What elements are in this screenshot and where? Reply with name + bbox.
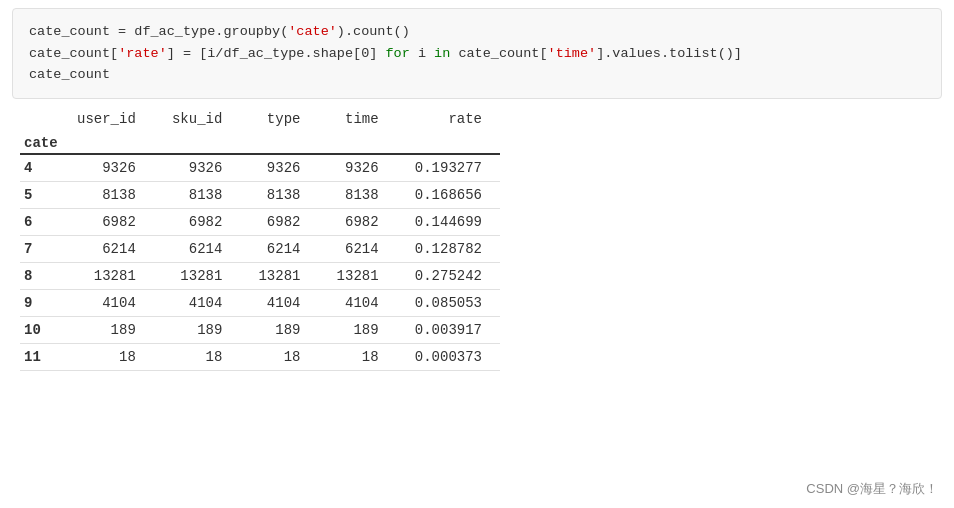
cell-time: 9326 [318, 155, 396, 182]
table-header-row: user_id sku_id type time rate [20, 107, 500, 131]
cell-rate: 0.168656 [397, 181, 500, 208]
cell-type: 13281 [240, 262, 318, 289]
cell-user-id: 8138 [59, 181, 154, 208]
table-row: 7 6214 6214 6214 6214 0.128782 [20, 235, 500, 262]
cell-type: 6214 [240, 235, 318, 262]
row-index: 8 [20, 262, 59, 289]
cell-type: 6982 [240, 208, 318, 235]
cell-sku-id: 18 [154, 343, 241, 370]
cell-rate: 0.275242 [397, 262, 500, 289]
row-index: 10 [20, 316, 59, 343]
cell-time: 6982 [318, 208, 396, 235]
col-header-type: type [240, 107, 318, 131]
cate-index-label: cate [20, 131, 500, 154]
cell-type: 18 [240, 343, 318, 370]
table-container: user_id sku_id type time rate cate 4 932… [20, 107, 934, 371]
code-line-2: cate_count['rate'] = [i/df_ac_type.shape… [29, 43, 925, 65]
cell-user-id: 6214 [59, 235, 154, 262]
cell-rate: 0.128782 [397, 235, 500, 262]
cell-user-id: 189 [59, 316, 154, 343]
cell-rate: 0.000373 [397, 343, 500, 370]
table-row: 8 13281 13281 13281 13281 0.275242 [20, 262, 500, 289]
cell-sku-id: 8138 [154, 181, 241, 208]
row-index: 7 [20, 235, 59, 262]
cell-type: 189 [240, 316, 318, 343]
table-row: 9 4104 4104 4104 4104 0.085053 [20, 289, 500, 316]
col-header-index [20, 107, 59, 131]
cell-time: 8138 [318, 181, 396, 208]
cell-rate: 0.144699 [397, 208, 500, 235]
table-row: 5 8138 8138 8138 8138 0.168656 [20, 181, 500, 208]
cell-time: 189 [318, 316, 396, 343]
cell-time: 13281 [318, 262, 396, 289]
col-header-user-id: user_id [59, 107, 154, 131]
table-row: 4 9326 9326 9326 9326 0.193277 [20, 155, 500, 182]
cell-time: 18 [318, 343, 396, 370]
code-line-3: cate_count [29, 64, 925, 86]
col-header-sku-id: sku_id [154, 107, 241, 131]
cell-user-id: 4104 [59, 289, 154, 316]
cell-user-id: 9326 [59, 155, 154, 182]
cell-rate: 0.085053 [397, 289, 500, 316]
cell-sku-id: 13281 [154, 262, 241, 289]
cate-label-row: cate [20, 131, 500, 154]
col-header-rate: rate [397, 107, 500, 131]
row-index: 9 [20, 289, 59, 316]
cell-time: 4104 [318, 289, 396, 316]
cell-user-id: 18 [59, 343, 154, 370]
cell-sku-id: 4104 [154, 289, 241, 316]
row-index: 11 [20, 343, 59, 370]
code-block: cate_count = df_ac_type.groupby('cate').… [12, 8, 942, 99]
cell-time: 6214 [318, 235, 396, 262]
table-body: 4 9326 9326 9326 9326 0.193277 5 8138 81… [20, 155, 500, 371]
row-index: 5 [20, 181, 59, 208]
cell-sku-id: 6982 [154, 208, 241, 235]
cell-type: 4104 [240, 289, 318, 316]
col-header-time: time [318, 107, 396, 131]
row-index: 6 [20, 208, 59, 235]
cell-sku-id: 189 [154, 316, 241, 343]
watermark: CSDN @海星？海欣！ [806, 480, 938, 498]
cell-type: 8138 [240, 181, 318, 208]
cell-rate: 0.003917 [397, 316, 500, 343]
data-table: user_id sku_id type time rate cate 4 932… [20, 107, 500, 371]
table-row: 6 6982 6982 6982 6982 0.144699 [20, 208, 500, 235]
cell-rate: 0.193277 [397, 155, 500, 182]
cell-user-id: 13281 [59, 262, 154, 289]
cell-type: 9326 [240, 155, 318, 182]
cell-sku-id: 9326 [154, 155, 241, 182]
code-line-1: cate_count = df_ac_type.groupby('cate').… [29, 21, 925, 43]
row-index: 4 [20, 155, 59, 182]
table-row: 11 18 18 18 18 0.000373 [20, 343, 500, 370]
cell-sku-id: 6214 [154, 235, 241, 262]
cell-user-id: 6982 [59, 208, 154, 235]
table-row: 10 189 189 189 189 0.003917 [20, 316, 500, 343]
